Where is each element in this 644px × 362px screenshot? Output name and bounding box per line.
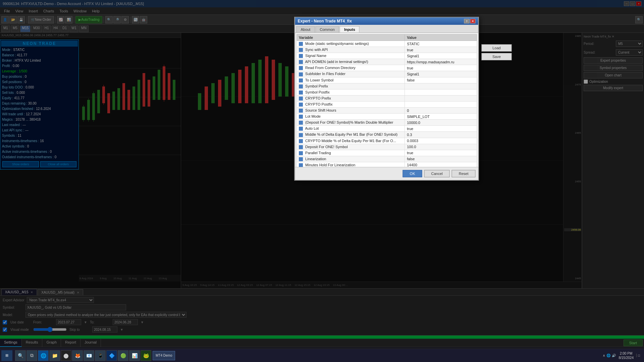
taskbar-app4-icon[interactable]: 🔷 — [106, 350, 117, 361]
param-icon — [299, 127, 303, 131]
param-variable: To Lower Symbol — [305, 78, 333, 82]
taskbar-icons: 🔍 ⧉ 🌐 📁 ⬤ 🦊 📧 📱 🔷 🟢 📊 🐸 — [15, 350, 151, 361]
taskbar-taskview-icon[interactable]: ⧉ — [26, 350, 37, 361]
taskbar-right: ∧ 🌐 🔊 2:00 PM 8/15/2024 □ — [603, 351, 643, 360]
param-icon — [299, 97, 303, 101]
param-icon — [299, 90, 303, 95]
param-value[interactable]: 0 — [405, 108, 477, 114]
taskbar-clock[interactable]: 2:00 PM 8/15/2024 — [619, 351, 634, 360]
param-icon — [299, 115, 303, 119]
taskbar-up-icon[interactable]: ∧ — [603, 354, 605, 357]
param-value[interactable] — [405, 83, 477, 89]
param-value[interactable]: 10000.0 — [405, 120, 477, 126]
taskbar-show-desktop[interactable]: □ — [636, 354, 640, 357]
param-value[interactable]: https://xmpp.madsaysadm.ru — [405, 59, 477, 65]
taskbar-chrome-icon[interactable]: ⬤ — [61, 350, 71, 361]
modal-side-buttons: Load Save — [482, 44, 512, 60]
param-variable: (Deposit For ONE! Symbol)% Martin Double… — [305, 120, 393, 124]
ok-button[interactable]: OK — [403, 170, 422, 177]
param-variable: Minutes Hold For Linearization — [305, 163, 355, 167]
table-row: CRYPTO Prefix — [297, 95, 477, 101]
param-value[interactable]: SIMPLE_LOT — [405, 114, 477, 120]
param-value[interactable]: true — [405, 150, 477, 156]
table-row: Source Shift Hours 0 — [297, 108, 477, 114]
taskbar-volume-icon[interactable]: 🔊 — [612, 354, 616, 357]
taskbar-app3-icon[interactable]: 📱 — [95, 350, 106, 361]
param-value[interactable]: true — [405, 65, 477, 71]
taskbar-app2-icon[interactable]: 📧 — [84, 350, 94, 361]
param-value[interactable]: false — [405, 156, 477, 162]
taskbar-app5-icon[interactable]: 🟢 — [118, 350, 128, 361]
param-icon — [299, 157, 303, 161]
param-variable: Source Shift Hours — [305, 108, 336, 112]
modal-close-button[interactable]: ✕ — [470, 19, 476, 23]
modal-footer: OK Cancel Reset — [295, 167, 478, 180]
param-value[interactable]: 0.0003 — [405, 138, 477, 144]
taskbar-app6-icon[interactable]: 📊 — [129, 350, 140, 361]
param-icon — [299, 145, 303, 149]
param-variable: API DOMEN (add in terminal settings!) — [305, 60, 368, 64]
reset-button[interactable]: Reset — [452, 170, 476, 177]
start-menu-button[interactable]: ⊞ — [1, 350, 12, 361]
param-variable: CRYPTO Prefix — [305, 96, 331, 100]
param-variable: Auto Lot — [305, 126, 319, 130]
param-variable: CRYPTO Middle % of Delta Equity Per M1 B… — [305, 139, 396, 143]
param-value[interactable]: true — [405, 47, 477, 53]
modal-tab-about[interactable]: About — [297, 26, 315, 33]
table-row: Deposit For ONE! Symbol 100.0 — [297, 144, 477, 150]
modal-tab-common[interactable]: Common — [315, 26, 339, 33]
param-variable: Read From Common Directory — [305, 66, 356, 70]
param-value[interactable]: 100.0 — [405, 144, 477, 150]
table-row: To Lower Symbol false — [297, 77, 477, 83]
table-row: Sync with API true — [297, 47, 477, 53]
param-variable: Lot Mode — [305, 114, 321, 118]
param-variable: Linearization — [305, 157, 326, 161]
table-row: Linearization false — [297, 156, 477, 162]
param-value[interactable]: 0.3 — [405, 132, 477, 138]
modal-help-button[interactable]: ? — [464, 19, 470, 23]
taskbar-mt4-app[interactable]: MT4 Demo — [153, 351, 175, 360]
param-icon — [299, 78, 303, 82]
modal-title-buttons: ? ✕ — [464, 19, 476, 23]
param-variable: Symbol Prefix — [305, 84, 328, 88]
table-row: Auto Lot true — [297, 126, 477, 132]
param-value[interactable]: Signal1 — [405, 53, 477, 59]
taskbar-app7-icon[interactable]: 🐸 — [141, 350, 151, 361]
param-value[interactable] — [405, 89, 477, 95]
taskbar-app1-icon[interactable]: 🦊 — [72, 350, 83, 361]
col-value: Value — [405, 35, 477, 41]
table-row: Middle % of Delta Equity Per M1 Bar (For… — [297, 132, 477, 138]
taskbar-edge-icon[interactable]: 🌐 — [38, 350, 49, 361]
taskbar-search-icon[interactable]: 🔍 — [15, 350, 26, 361]
taskbar-explorer-icon[interactable]: 📁 — [49, 350, 60, 361]
modal-tab-inputs[interactable]: Inputs — [340, 26, 360, 33]
param-icon — [299, 54, 303, 58]
param-icon — [299, 139, 303, 143]
param-value[interactable] — [405, 101, 477, 107]
cancel-button[interactable]: Cancel — [424, 170, 450, 177]
param-icon — [299, 151, 303, 155]
table-row: Read From Common Directory true — [297, 65, 477, 71]
table-row: Symbol Prefix — [297, 83, 477, 89]
load-button[interactable]: Load — [482, 44, 512, 52]
param-variable: Symbol Postfix — [305, 90, 330, 94]
table-row: Lot Mode SIMPLE_LOT — [297, 114, 477, 120]
param-value[interactable]: true — [405, 126, 477, 132]
param-icon — [299, 66, 303, 70]
table-row: Mode (static settings/dynamic settings) … — [297, 41, 477, 47]
param-icon — [299, 121, 303, 125]
param-variable: Subfolder In Files Folder — [305, 72, 345, 76]
param-value[interactable]: STATIC — [405, 41, 477, 47]
param-value[interactable]: 14400 — [405, 162, 477, 167]
table-row: Symbol Postfix — [297, 89, 477, 95]
param-icon — [299, 109, 303, 113]
param-icon — [299, 48, 303, 52]
param-value[interactable]: false — [405, 77, 477, 83]
param-value[interactable]: Signal1 — [405, 71, 477, 77]
modal-table-container[interactable]: Variable Value Mode (static settings/dyn… — [295, 33, 478, 167]
param-value[interactable] — [405, 95, 477, 101]
param-variable: Signal Name — [305, 54, 326, 58]
save-button[interactable]: Save — [482, 53, 512, 60]
param-icon — [299, 84, 303, 88]
modal-title: Expert - Neon Trade MT4_fix — [298, 19, 352, 23]
